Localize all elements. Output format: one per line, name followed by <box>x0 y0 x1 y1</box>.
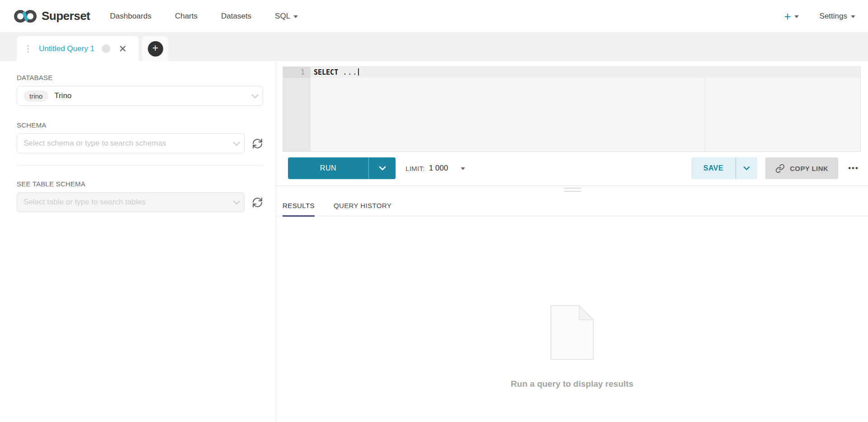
query-pane: 1 SELECT... RUN LIMIT: 1 00 <box>276 61 868 422</box>
pane-splitter <box>276 185 868 192</box>
limit-value: 1 000 <box>429 164 448 173</box>
empty-document-icon <box>550 305 594 360</box>
nav-dashboards[interactable]: Dashboards <box>110 12 151 21</box>
south-pane-tabs: RESULTS QUERY HISTORY <box>276 202 868 216</box>
caret-down-icon <box>293 15 298 18</box>
schema-select-placeholder: Select schema or type to search schemas <box>24 139 166 148</box>
query-tab-active[interactable]: ⋮ Untitled Query 1 <box>17 36 139 61</box>
print-margin-line <box>705 78 705 152</box>
chevron-down-icon <box>252 91 259 98</box>
toolbar-right: SAVE COPY LINK <box>691 157 861 179</box>
schema-row: Select schema or type to search schemas <box>17 133 263 153</box>
line-number: 1 <box>283 67 311 78</box>
copy-link-label: COPY LINK <box>790 165 828 172</box>
schema-label: SCHEMA <box>17 121 263 129</box>
text-cursor <box>358 68 359 76</box>
superset-logo-icon <box>14 9 37 24</box>
database-engine-badge: trino <box>24 90 48 102</box>
table-row: Select table or type to search tables <box>17 192 263 212</box>
refresh-tables-button[interactable] <box>252 197 263 208</box>
database-select[interactable]: trino Trino <box>17 86 263 106</box>
run-options-button[interactable] <box>368 157 396 179</box>
database-label: DATABASE <box>17 74 263 81</box>
save-button[interactable]: SAVE <box>691 157 736 179</box>
brand-name: Superset <box>42 9 90 23</box>
settings-menu[interactable]: Settings <box>820 12 855 21</box>
copy-link-button[interactable]: COPY LINK <box>765 157 838 179</box>
empty-results-message: Run a query to display results <box>511 379 633 389</box>
close-tab-button[interactable] <box>119 45 126 52</box>
query-status-dot <box>102 44 110 53</box>
navbar-right: + Settings <box>784 10 855 22</box>
table-select[interactable]: Select table or type to search tables <box>17 192 245 212</box>
panel-divider <box>17 165 263 166</box>
caret-down-icon <box>851 15 855 18</box>
caret-down-icon <box>794 15 799 18</box>
main-content: DATABASE trino Trino SCHEMA Select schem… <box>0 61 868 422</box>
editor-toolbar: RUN LIMIT: 1 000 SAVE <box>276 152 868 185</box>
nav-sql-label: SQL <box>275 12 290 21</box>
table-select-placeholder: Select table or type to search tables <box>24 198 146 207</box>
database-row: trino Trino <box>17 86 263 106</box>
editor-gutter: 1 <box>283 67 311 152</box>
add-tab-button[interactable]: + <box>142 36 168 61</box>
plus-icon: + <box>784 10 791 22</box>
link-icon <box>775 164 785 173</box>
code-line: SELECT... <box>311 67 860 78</box>
sql-editor[interactable]: 1 SELECT... <box>283 66 861 152</box>
superset-logo-link[interactable]: Superset <box>14 9 90 24</box>
tab-query-history[interactable]: QUERY HISTORY <box>334 202 392 217</box>
new-item-menu[interactable]: + <box>784 10 798 22</box>
query-tab-label: Untitled Query 1 <box>39 44 94 53</box>
chevron-down-icon <box>233 138 241 146</box>
main-nav: Dashboards Charts Datasets SQL <box>110 12 298 21</box>
caret-down-icon <box>461 167 465 170</box>
limit-label: LIMIT: <box>406 165 425 172</box>
tab-results[interactable]: RESULTS <box>283 202 315 217</box>
database-select-value: Trino <box>54 91 71 100</box>
table-schema-label: SEE TABLE SCHEMA <box>17 180 263 188</box>
refresh-schemas-button[interactable] <box>252 138 263 149</box>
results-empty-state: Run a query to display results <box>276 216 868 422</box>
drag-handle-icon[interactable]: ⋮ <box>24 44 33 53</box>
settings-label: Settings <box>820 12 847 21</box>
nav-sql-menu[interactable]: SQL <box>275 12 298 21</box>
sql-lab-page: Superset Dashboards Charts Datasets SQL … <box>0 0 868 422</box>
save-split-button: SAVE <box>691 157 757 179</box>
save-options-button[interactable] <box>736 157 757 179</box>
sql-rest: ... <box>343 68 358 76</box>
nav-charts[interactable]: Charts <box>175 12 198 21</box>
schema-select[interactable]: Select schema or type to search schemas <box>17 133 245 153</box>
plus-circle-icon: + <box>148 41 163 57</box>
limit-dropdown[interactable]: LIMIT: 1 000 <box>406 164 465 173</box>
splitter-drag-handle[interactable] <box>564 188 581 194</box>
run-split-button: RUN <box>288 157 396 179</box>
sql-keyword: SELECT <box>314 68 338 76</box>
more-actions-button[interactable]: ••• <box>846 164 861 173</box>
run-button[interactable]: RUN <box>288 157 368 179</box>
top-navbar: Superset Dashboards Charts Datasets SQL … <box>0 0 868 32</box>
query-tab-strip: ⋮ Untitled Query 1 + <box>0 32 868 61</box>
chevron-down-icon <box>233 197 241 204</box>
datasource-panel: DATABASE trino Trino SCHEMA Select schem… <box>0 61 276 422</box>
editor-code-area[interactable]: SELECT... <box>311 67 860 152</box>
nav-datasets[interactable]: Datasets <box>221 12 251 21</box>
